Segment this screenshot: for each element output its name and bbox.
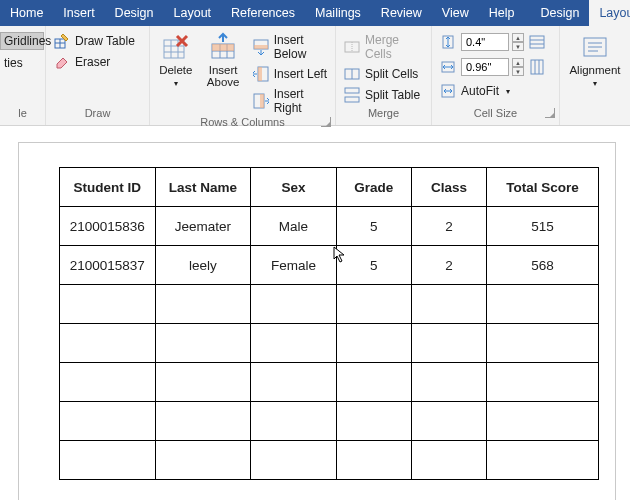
rowscols-launcher[interactable] — [321, 117, 331, 127]
col-width-down[interactable]: ▼ — [512, 67, 524, 76]
row-height-down[interactable]: ▼ — [512, 42, 524, 51]
table-cell[interactable]: leely — [155, 246, 251, 285]
table-cell[interactable] — [336, 441, 411, 480]
insert-above-button[interactable]: Insert Above — [202, 30, 245, 88]
tab-review[interactable]: Review — [371, 0, 432, 26]
distribute-cols-icon[interactable] — [529, 59, 545, 75]
col-width-up[interactable]: ▲ — [512, 58, 524, 67]
table-cell[interactable]: 2100015836 — [60, 207, 156, 246]
alignment-icon — [580, 32, 610, 62]
table-header-cell[interactable]: Grade — [336, 168, 411, 207]
table-cell[interactable]: Male — [251, 207, 336, 246]
table-cell[interactable]: 2100015837 — [60, 246, 156, 285]
table-cell[interactable]: 515 — [487, 207, 599, 246]
view-gridlines-toggle[interactable]: Gridlines — [0, 32, 44, 50]
table-row: 2100015836JeematerMale52515 — [60, 207, 599, 246]
table-cell[interactable]: 5 — [336, 207, 411, 246]
distribute-rows-icon[interactable] — [529, 34, 545, 50]
draw-table-button[interactable]: Draw Table — [52, 32, 137, 50]
insert-right-button[interactable]: Insert Right — [251, 86, 329, 116]
group-label-alignment — [560, 107, 630, 125]
table-cell[interactable] — [60, 324, 156, 363]
table-row — [60, 324, 599, 363]
tab-insert[interactable]: Insert — [53, 0, 104, 26]
table-cell[interactable]: 2 — [411, 246, 486, 285]
tab-help[interactable]: Help — [479, 0, 525, 26]
table-cell[interactable] — [336, 363, 411, 402]
table-cell[interactable] — [60, 402, 156, 441]
table-cell[interactable] — [251, 324, 336, 363]
table-cell[interactable] — [487, 324, 599, 363]
table-cell[interactable] — [60, 363, 156, 402]
table-cell[interactable] — [336, 402, 411, 441]
table-cell[interactable] — [487, 441, 599, 480]
split-cells-button[interactable]: Split Cells — [342, 65, 425, 83]
table-cell[interactable] — [487, 402, 599, 441]
table-header-cell[interactable]: Total Score — [487, 168, 599, 207]
table-cell[interactable] — [251, 285, 336, 324]
table-cell[interactable] — [251, 363, 336, 402]
insert-above-icon — [208, 32, 238, 62]
tab-layout[interactable]: Layout — [164, 0, 222, 26]
group-label-cellsize: Cell Size — [432, 107, 559, 125]
table-cell[interactable] — [155, 324, 251, 363]
split-table-button[interactable]: Split Table — [342, 86, 425, 104]
tab-design[interactable]: Design — [105, 0, 164, 26]
menu-tabs: Home Insert Design Layout References Mai… — [0, 0, 630, 26]
tab-references[interactable]: References — [221, 0, 305, 26]
table-cell[interactable] — [411, 285, 486, 324]
table-cell[interactable] — [155, 363, 251, 402]
table-row — [60, 363, 599, 402]
table-cell[interactable] — [336, 285, 411, 324]
table-cell[interactable] — [155, 441, 251, 480]
insert-below-button[interactable]: Insert Below — [251, 32, 329, 62]
table-cell[interactable]: 5 — [336, 246, 411, 285]
table-cell[interactable] — [60, 441, 156, 480]
svg-rect-13 — [212, 44, 234, 51]
table-header-cell[interactable]: Sex — [251, 168, 336, 207]
table-cell[interactable] — [411, 441, 486, 480]
tab-table-design[interactable]: Design — [530, 0, 589, 26]
table-cell[interactable] — [60, 285, 156, 324]
delete-button[interactable]: Delete▾ — [156, 30, 196, 90]
table-header-cell[interactable]: Last Name — [155, 168, 251, 207]
table-cell[interactable] — [411, 363, 486, 402]
table-cell[interactable] — [336, 324, 411, 363]
table-cell[interactable] — [251, 441, 336, 480]
eraser-button[interactable]: Eraser — [52, 53, 137, 71]
alignment-button[interactable]: Alignment▾ — [566, 30, 624, 90]
table-header-cell[interactable]: Student ID — [60, 168, 156, 207]
table-cell[interactable] — [487, 363, 599, 402]
table-cell[interactable]: Jeemater — [155, 207, 251, 246]
merge-cells-button[interactable]: Merge Cells — [342, 32, 425, 62]
tab-home[interactable]: Home — [0, 0, 53, 26]
table-cell[interactable] — [251, 402, 336, 441]
autofit-icon — [440, 83, 456, 99]
table-cell[interactable] — [411, 324, 486, 363]
autofit-button[interactable]: AutoFit▾ — [438, 82, 547, 100]
student-table[interactable]: Student IDLast NameSexGradeClassTotal Sc… — [59, 167, 599, 480]
row-height-input[interactable] — [461, 33, 509, 51]
document-area[interactable]: Student IDLast NameSexGradeClassTotal Sc… — [0, 126, 630, 500]
row-height-icon — [440, 34, 456, 50]
svg-rect-24 — [345, 88, 359, 93]
col-width-input[interactable] — [461, 58, 509, 76]
table-cell[interactable] — [411, 402, 486, 441]
tab-view[interactable]: View — [432, 0, 479, 26]
table-cell[interactable] — [155, 285, 251, 324]
properties-button[interactable]: ties — [0, 54, 44, 72]
cellsize-launcher[interactable] — [545, 108, 555, 118]
table-cell[interactable]: 568 — [487, 246, 599, 285]
row-height-up[interactable]: ▲ — [512, 33, 524, 42]
table-header-cell[interactable]: Class — [411, 168, 486, 207]
insert-left-button[interactable]: Insert Left — [251, 65, 329, 83]
table-cell[interactable]: Female — [251, 246, 336, 285]
page: Student IDLast NameSexGradeClassTotal Sc… — [18, 142, 616, 500]
tab-table-layout[interactable]: Layout — [589, 0, 630, 26]
table-cell[interactable]: 2 — [411, 207, 486, 246]
tab-mailings[interactable]: Mailings — [305, 0, 371, 26]
ribbon: Gridlines ties le Draw Table Eraser — [0, 26, 630, 126]
table-cell[interactable] — [487, 285, 599, 324]
table-cell[interactable] — [155, 402, 251, 441]
group-label-rowscols: Rows & Columns — [150, 116, 335, 128]
